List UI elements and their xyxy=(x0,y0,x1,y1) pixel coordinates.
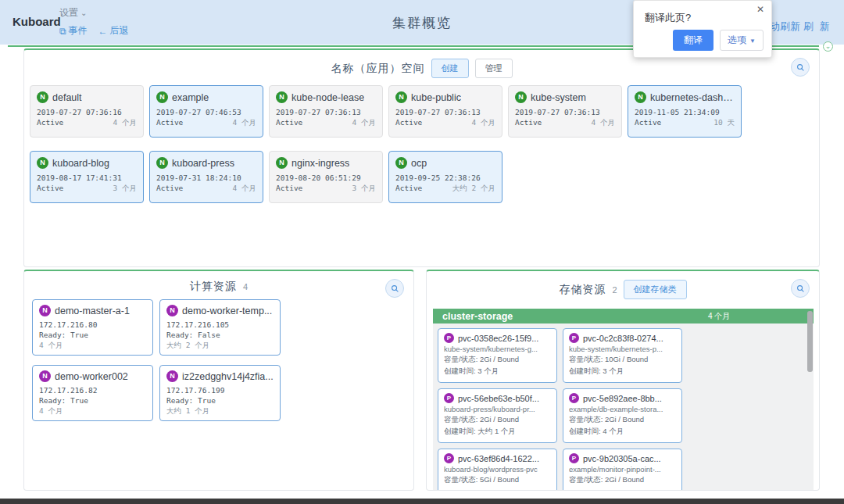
storage-panel: 存储资源 2 创建存储类 cluster-storage 4 个月 Ppvc-0… xyxy=(426,270,820,491)
pvc-capacity: 容量/状态: 2Gi / Bound xyxy=(569,415,676,425)
namespace-created: 2019-07-27 07:46:53 xyxy=(156,108,256,116)
pvc-created: 创建时间: 3 个月 xyxy=(569,366,676,377)
storage-scrollbar[interactable] xyxy=(807,311,813,372)
namespace-age: 3 个月 xyxy=(113,184,137,194)
close-icon[interactable]: ✕ xyxy=(756,4,764,15)
pvc-card-0358[interactable]: Ppvc-0358ec26-15f9... kube-system/kubern… xyxy=(438,328,557,383)
pvc-card-0c2c[interactable]: Ppvc-0c2c83f8-0274... kube-system/kubern… xyxy=(563,328,682,383)
namespace-created: 2019-08-20 06:51:29 xyxy=(276,173,376,182)
namespace-card-kube-public[interactable]: Nkube-public 2019-07-27 07:36:13 Active4… xyxy=(388,85,502,138)
node-card-demo-worker002[interactable]: Ndemo-worker002 172.17.216.82 Ready: Tru… xyxy=(32,365,153,421)
namespace-card-example[interactable]: Nexample 2019-07-27 07:46:53 Active4 个月 xyxy=(149,85,263,138)
translate-popup-message: 翻译此页? xyxy=(645,11,691,25)
pvc-icon: P xyxy=(444,453,454,463)
compute-count: 4 xyxy=(243,282,248,291)
storage-class-name: cluster-storage xyxy=(442,311,513,322)
namespace-card-kuboard-blog[interactable]: Nkuboard-blog 2019-08-17 17:41:31 Active… xyxy=(30,151,144,203)
manage-namespace-button[interactable]: 管理 xyxy=(475,59,513,78)
pvc-claim: example/db-example-stora... xyxy=(569,405,676,413)
namespace-status: Active xyxy=(395,118,422,128)
node-icon: N xyxy=(39,370,51,382)
namespace-age: 4 个月 xyxy=(113,118,137,128)
storage-count: 2 xyxy=(612,285,617,295)
node-card-demo-master-a-1[interactable]: Ndemo-master-a-1 172.17.216.80 Ready: Tr… xyxy=(32,299,153,356)
node-ip: 172.17.76.199 xyxy=(166,386,274,395)
node-ip: 172.17.216.80 xyxy=(39,320,146,329)
namespace-card-default[interactable]: Ndefault 2019-07-27 07:36:16 Active4 个月 xyxy=(30,85,144,138)
namespace-created: 2019-07-31 18:24:10 xyxy=(156,173,256,182)
node-ready: Ready: True xyxy=(166,396,274,405)
storage-class-header[interactable]: cluster-storage 4 个月 xyxy=(433,309,814,323)
create-storage-class-button[interactable]: 创建存储类 xyxy=(624,280,687,299)
pvc-created: 创建时间: 3 个月 xyxy=(444,366,551,377)
node-age: 4 个月 xyxy=(39,406,146,416)
namespace-icon: N xyxy=(37,91,48,103)
compute-panel-title: 计算资源 xyxy=(190,280,237,294)
pvc-card-63ef[interactable]: Ppvc-63ef86d4-1622... kuboard-blog/wordp… xyxy=(438,449,557,490)
node-age: 大约 2 个月 xyxy=(166,341,274,351)
namespaces-panel: 名称（应用）空间 创建 管理 Ndefault 2019-07-27 07:36… xyxy=(23,48,820,267)
pvc-card-56eb[interactable]: Ppvc-56ebe63e-b50f... kuboard-press/kubo… xyxy=(438,388,557,443)
compute-zoom-button[interactable] xyxy=(385,279,404,298)
namespace-icon: N xyxy=(515,91,527,103)
magnifier-icon xyxy=(796,63,805,72)
translate-button[interactable]: 翻译 xyxy=(673,30,713,51)
namespace-age: 4 个月 xyxy=(352,118,376,128)
node-card-demo-worker-temp[interactable]: Ndemo-worker-temp... 172.17.216.105 Read… xyxy=(159,299,281,356)
kuboard-app: Kuboard 设置⌄ ⧉事件 ←后退 集群概览 动刷新 刷 新 ⌄ 名称（应用… xyxy=(0,0,844,504)
namespace-created: 2019-07-27 07:36:13 xyxy=(515,108,615,116)
namespace-card-kube-system[interactable]: Nkube-system 2019-07-27 07:36:13 Active4… xyxy=(508,85,622,138)
bottom-edge-bar xyxy=(0,499,844,504)
pvc-capacity: 容量/状态: 2Gi / Bound xyxy=(444,355,551,365)
create-namespace-button[interactable]: 创建 xyxy=(431,59,469,78)
pvc-created: 创建时间: 4 个月 xyxy=(569,427,676,437)
storage-zoom-button[interactable] xyxy=(791,279,810,298)
namespace-card-kuboard-press[interactable]: Nkuboard-press 2019-07-31 18:24:10 Activ… xyxy=(149,151,263,203)
namespace-status: Active xyxy=(156,118,183,128)
node-age: 4 个月 xyxy=(39,341,146,351)
pvc-icon: P xyxy=(569,333,579,343)
namespace-created: 2019-07-27 07:36:16 xyxy=(37,108,137,116)
namespace-created: 2019-07-27 07:36:13 xyxy=(276,108,376,116)
namespace-icon: N xyxy=(37,157,48,169)
pvc-icon: P xyxy=(569,393,579,403)
namespace-card-kubernetes-dashboard[interactable]: Nkubernetes-dashb... 2019-11-05 21:34:09… xyxy=(628,85,742,138)
auto-refresh-link[interactable]: 动刷新 xyxy=(770,20,800,34)
magnifier-icon xyxy=(796,284,805,293)
pvc-icon: P xyxy=(444,393,454,403)
collapse-toggle-icon[interactable]: ⌄ xyxy=(823,41,833,52)
namespace-card-kube-node-lease[interactable]: Nkube-node-lease 2019-07-27 07:36:13 Act… xyxy=(269,85,383,138)
refresh-link[interactable]: 刷 新 xyxy=(803,20,831,34)
storage-class-container: cluster-storage 4 个月 Ppvc-0358ec26-15f9.… xyxy=(433,309,814,490)
translate-popup: 翻译此页? ✕ 翻译 选项▼ xyxy=(633,0,772,58)
pvc-card-5e89[interactable]: Ppvc-5e892aee-8bb... example/db-example-… xyxy=(563,388,682,443)
namespace-age: 大约 2 个月 xyxy=(452,184,495,194)
node-card-iz2zedgghv[interactable]: Niz2zedgghv14j4zfia... 172.17.76.199 Rea… xyxy=(159,365,281,421)
namespace-age: 4 个月 xyxy=(472,118,495,128)
node-icon: N xyxy=(39,305,51,316)
namespace-icon: N xyxy=(156,157,168,169)
namespace-icon: N xyxy=(395,91,407,103)
pvc-card-9b20[interactable]: Ppvc-9b20305a-cac... example/monitor-pin… xyxy=(563,449,682,490)
node-card-list: Ndemo-master-a-1 172.17.216.80 Ready: Tr… xyxy=(24,299,413,421)
namespace-created: 2019-08-17 17:41:31 xyxy=(37,173,137,182)
namespaces-panel-title: 名称（应用）空间 xyxy=(331,62,425,76)
pvc-capacity: 容量/状态: 10Gi / Bound xyxy=(569,355,676,365)
namespace-card-nginx-ingress[interactable]: Nnginx-ingress 2019-08-20 06:51:29 Activ… xyxy=(269,151,383,203)
translate-options-button[interactable]: 选项▼ xyxy=(720,30,764,51)
namespaces-zoom-button[interactable] xyxy=(791,58,810,77)
pvc-claim: kuboard-blog/wordpress-pvc xyxy=(444,465,551,474)
namespace-age: 4 个月 xyxy=(233,118,256,128)
namespace-icon: N xyxy=(395,157,407,169)
namespace-card-ocp[interactable]: Nocp 2019-09-25 22:38:26 Active大约 2 个月 xyxy=(388,151,502,203)
namespace-status: Active xyxy=(37,184,63,194)
namespace-created: 2019-07-27 07:36:13 xyxy=(395,108,495,116)
namespace-created: 2019-11-05 21:34:09 xyxy=(635,108,735,116)
namespace-icon: N xyxy=(276,91,288,103)
magnifier-icon xyxy=(391,284,399,293)
namespace-card-list: Ndefault 2019-07-27 07:36:16 Active4 个月 … xyxy=(24,85,819,203)
namespace-icon: N xyxy=(156,91,168,103)
namespace-status: Active xyxy=(37,118,63,128)
compute-panel: 计算资源 4 Ndemo-master-a-1 172.17.216.80 Re… xyxy=(23,270,414,491)
namespace-age: 3 个月 xyxy=(352,184,376,194)
